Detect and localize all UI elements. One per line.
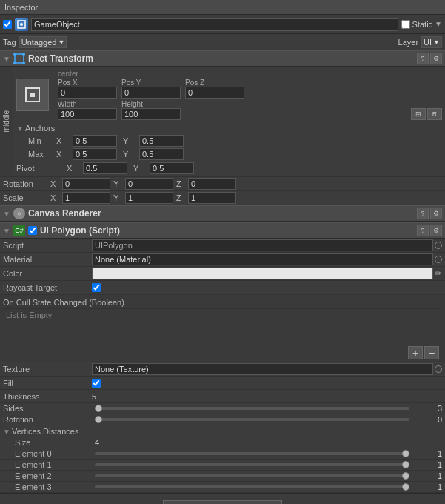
content-area[interactable]: ▼ Rect Transform ? ⚙ middle — [0, 50, 445, 504]
rotation-slider-thumb[interactable] — [95, 416, 102, 423]
rect-transform-collapse[interactable]: ▼ — [3, 55, 10, 63]
anchor-min-x-input[interactable] — [73, 135, 117, 147]
anchor-box-inner — [25, 87, 40, 102]
pos-z-input[interactable] — [185, 87, 244, 99]
size-value: 4 — [95, 438, 99, 447]
canvas-renderer-gear-icon[interactable]: ⚙ — [430, 208, 442, 219]
rotation-slider-track[interactable] — [95, 418, 409, 421]
vertices-section: ▼ Vertices Distances Size 4 Element 0 1 … — [0, 425, 445, 493]
rect-transform-book-icon[interactable]: ? — [417, 53, 429, 64]
ui-polygon-book-icon[interactable]: ? — [417, 225, 429, 236]
static-dropdown-arrow[interactable]: ▼ — [435, 20, 442, 28]
anchors-row: ▼ Anchors — [16, 122, 442, 134]
layer-dropdown[interactable]: UI ▼ — [421, 36, 442, 48]
vertices-chevron[interactable]: ▼ — [3, 428, 10, 436]
element-0-slider[interactable] — [95, 452, 409, 455]
element-1-label: Element 1 — [3, 460, 92, 469]
color-value-container: ✏ — [92, 268, 442, 279]
tag-value: Untagged — [21, 38, 57, 47]
svg-point-4 — [22, 53, 25, 56]
element-0-label: Element 0 — [3, 449, 92, 458]
element-2-slider[interactable] — [95, 474, 409, 477]
scale-y-input[interactable] — [125, 192, 173, 204]
anchor-max-x-input[interactable] — [73, 148, 117, 160]
element-0-thumb[interactable] — [402, 450, 409, 457]
inspector-title: Inspector — [4, 3, 38, 12]
color-label: Color — [3, 269, 92, 278]
canvas-renderer-chevron[interactable]: ▼ — [3, 210, 10, 218]
height-input[interactable] — [121, 108, 181, 120]
color-field[interactable] — [92, 268, 433, 279]
material-value-field[interactable]: None (Material) — [92, 253, 433, 265]
pivot-x-input[interactable] — [83, 162, 127, 174]
texture-value-field[interactable]: None (Texture) — [92, 363, 433, 375]
ui-polygon-header: ▼ C# UI Polygon (Script) ? ⚙ — [0, 222, 445, 239]
stretch-btn[interactable]: ⊞ — [411, 108, 426, 120]
thickness-value-text: 5 — [92, 392, 96, 401]
wh-row: Width Height ⊞ R — [58, 100, 442, 120]
anchors-label-text: Anchors — [25, 124, 55, 133]
sides-slider-thumb[interactable] — [95, 405, 102, 412]
thickness-label: Thickness — [3, 392, 92, 401]
texture-picker-btn[interactable] — [435, 365, 442, 373]
add-event-btn[interactable]: + — [408, 346, 423, 359]
add-component-button[interactable]: Add Component — [163, 500, 283, 505]
gameobject-name-field[interactable] — [31, 18, 398, 31]
anchor-min-y-input[interactable] — [139, 135, 184, 147]
pos-x-input[interactable] — [58, 87, 117, 99]
fill-label: Fill — [3, 379, 92, 388]
texture-label: Texture — [3, 365, 92, 374]
anchor-min-y-label: Y — [123, 136, 133, 145]
ui-polygon-enabled-checkbox[interactable] — [28, 226, 37, 235]
material-label: Material — [3, 255, 92, 264]
gameobject-active-checkbox[interactable] — [3, 20, 12, 29]
rect-transform-gear-icon[interactable]: ⚙ — [430, 53, 442, 64]
anchor-max-y-input[interactable] — [139, 148, 184, 160]
gameobject-icon — [15, 18, 28, 31]
fill-checkbox[interactable] — [92, 379, 101, 388]
rect-transform-section: ▼ Rect Transform ? ⚙ middle — [0, 50, 445, 205]
script-picker-btn[interactable] — [435, 242, 442, 249]
fill-row: Fill — [0, 377, 445, 390]
element-row-2: Element 2 1 — [0, 471, 445, 482]
scale-z-input[interactable] — [188, 192, 236, 204]
canvas-renderer-book-icon[interactable]: ? — [417, 208, 429, 219]
ui-polygon-chevron[interactable]: ▼ — [3, 227, 10, 235]
raycast-checkbox[interactable] — [92, 283, 101, 292]
rotation-y-input[interactable] — [125, 178, 173, 190]
scale-x-input[interactable] — [62, 192, 110, 204]
anchors-container: ▼ Anchors Min X Y Max X — [13, 122, 445, 162]
element-3-label: Element 3 — [3, 483, 92, 491]
material-picker-btn[interactable] — [435, 256, 442, 263]
pos-y-input[interactable] — [121, 87, 181, 99]
anchor-min-row: Min X Y — [16, 134, 442, 147]
color-row: Color ✏ — [0, 267, 445, 281]
r-btn[interactable]: R — [427, 108, 442, 120]
element-3-slider[interactable] — [95, 485, 409, 488]
element-1-slider[interactable] — [95, 463, 409, 466]
remove-event-btn[interactable]: − — [424, 346, 439, 359]
sides-label: Sides — [3, 404, 92, 413]
sides-slider-track[interactable] — [95, 407, 409, 410]
anchor-max-x-label: X — [56, 150, 67, 159]
scale-x-label: X — [50, 193, 61, 202]
anchor-max-label: Max — [28, 150, 50, 159]
layer-value: UI — [424, 38, 432, 47]
element-3-thumb[interactable] — [402, 483, 409, 491]
rotation-slider-value: 0 — [412, 415, 442, 424]
rotation-z-input[interactable] — [188, 178, 236, 190]
rotation-x-input[interactable] — [62, 178, 110, 190]
element-1-thumb[interactable] — [402, 461, 409, 468]
element-2-thumb[interactable] — [402, 472, 409, 480]
anchors-chevron[interactable]: ▼ — [16, 125, 24, 133]
width-input[interactable] — [58, 108, 117, 120]
rect-transform-title: Rect Transform — [28, 53, 414, 64]
ui-polygon-gear-icon[interactable]: ⚙ — [430, 225, 442, 236]
anchor-visual[interactable] — [16, 79, 49, 111]
eyedropper-icon[interactable]: ✏ — [435, 268, 442, 279]
script-value-field[interactable]: UIPolygon — [92, 239, 433, 251]
texture-value-container: None (Texture) — [92, 363, 442, 375]
pivot-y-input[interactable] — [150, 162, 194, 174]
static-checkbox[interactable] — [401, 20, 410, 29]
tag-dropdown[interactable]: Untagged ▼ — [19, 36, 67, 48]
